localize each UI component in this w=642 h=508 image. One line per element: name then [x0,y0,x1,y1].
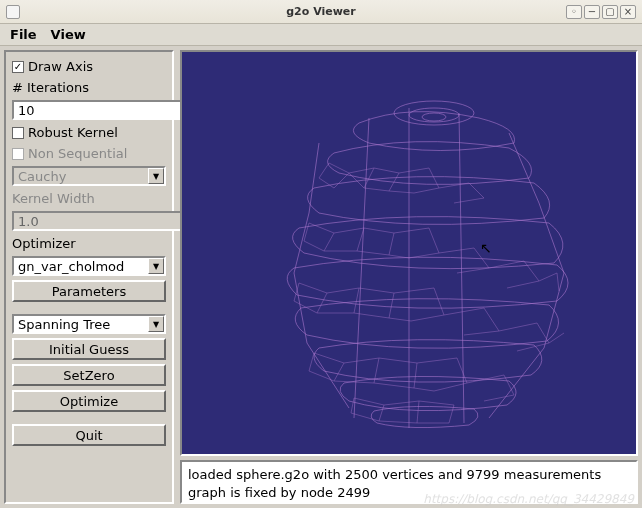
svg-line-7 [509,133,539,203]
chevron-down-icon: ▼ [153,320,159,329]
menubar: File View [0,24,642,46]
quit-button[interactable]: Quit [12,424,166,446]
menu-view[interactable]: View [45,25,92,44]
svg-point-2 [422,113,446,121]
chevron-down-icon: ▼ [153,172,159,181]
minimize-button[interactable]: − [584,5,600,19]
iterations-spinner: ▲ ▼ [12,100,166,120]
tree-combo-button[interactable]: ▼ [148,316,164,332]
draw-axis-row[interactable]: Draw Axis [12,58,166,75]
close-button[interactable]: × [620,5,636,19]
iterations-label: # Iterations [12,79,166,96]
window-controls: ◦ − ▢ × [566,5,636,19]
robust-kernel-row[interactable]: Robust Kernel [12,124,166,141]
svg-line-6 [307,343,349,408]
svg-line-13 [459,113,464,423]
draw-axis-checkbox[interactable] [12,61,24,73]
optimize-button[interactable]: Optimize [12,390,166,412]
kernel-combo-value: Cauchy [14,168,148,184]
viewport-3d[interactable]: ↖ [180,50,638,456]
status-line-2: graph is fixed by node 2499 [188,484,630,502]
non-sequential-checkbox [12,148,24,160]
svg-line-12 [354,118,369,418]
status-line-1: loaded sphere.g2o with 2500 vertices and… [188,466,630,484]
kernel-width-label: Kernel Width [12,190,166,207]
maximize-button[interactable]: ▢ [602,5,618,19]
svg-line-9 [544,273,564,348]
optimizer-label: Optimizer [12,235,166,252]
iterations-input[interactable] [12,100,194,120]
kernel-width-row [12,211,166,231]
svg-line-8 [539,203,564,273]
tree-combo-value: Spanning Tree [14,316,148,332]
parameters-button[interactable]: Parameters [12,280,166,302]
robust-kernel-label: Robust Kernel [28,125,118,140]
optimizer-combo-button[interactable]: ▼ [148,258,164,274]
svg-line-3 [309,143,319,213]
svg-line-10 [489,348,544,418]
content: Draw Axis # Iterations ▲ ▼ Robust Kernel… [0,46,642,508]
main: ↖ loaded sphere.g2o with 2500 vertices a… [180,50,638,504]
svg-line-4 [294,213,309,273]
initial-guess-button[interactable]: Initial Guess [12,338,166,360]
optimizer-combo-value: gn_var_cholmod [14,258,148,274]
setzero-button[interactable]: SetZero [12,364,166,386]
robust-kernel-checkbox[interactable] [12,127,24,139]
status-log: loaded sphere.g2o with 2500 vertices and… [180,460,638,504]
kernel-combo: Cauchy ▼ [12,166,166,186]
wireframe-sphere [239,73,579,433]
chevron-down-icon: ▼ [153,262,159,271]
non-sequential-label: Non Sequential [28,146,127,161]
window-title: g2o Viewer [286,5,356,18]
tree-combo[interactable]: Spanning Tree ▼ [12,314,166,334]
sidebar: Draw Axis # Iterations ▲ ▼ Robust Kernel… [4,50,174,504]
kernel-width-input [12,211,194,231]
titlebar: g2o Viewer ◦ − ▢ × [0,0,642,24]
svg-point-1 [409,108,459,122]
kernel-combo-button: ▼ [148,168,164,184]
app-icon [6,5,20,19]
optimizer-combo[interactable]: gn_var_cholmod ▼ [12,256,166,276]
non-sequential-row: Non Sequential [12,145,166,162]
menu-file[interactable]: File [4,25,43,44]
roll-up-button[interactable]: ◦ [566,5,582,19]
draw-axis-label: Draw Axis [28,59,93,74]
